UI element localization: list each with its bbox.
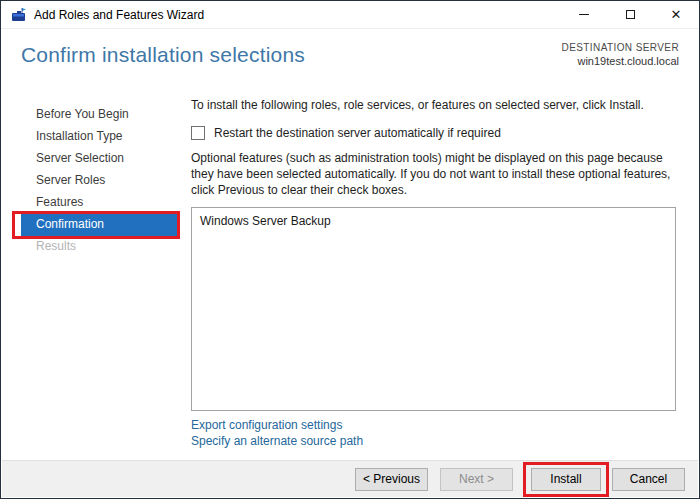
sidebar-item-before-you-begin[interactable]: Before You Begin [21, 104, 186, 126]
previous-button[interactable]: < Previous [355, 468, 428, 491]
selected-features-list[interactable]: Windows Server Backup [191, 207, 676, 411]
destination-server-block: DESTINATION SERVER win19test.cloud.local [562, 42, 679, 67]
maximize-button[interactable] [607, 1, 653, 28]
restart-checkbox[interactable] [191, 126, 205, 140]
destination-server-label: DESTINATION SERVER [562, 42, 679, 53]
optional-features-note: Optional features (such as administratio… [191, 150, 676, 198]
destination-server-name: win19test.cloud.local [562, 55, 679, 67]
cancel-button[interactable]: Cancel [612, 468, 685, 491]
alternate-source-path-link[interactable]: Specify an alternate source path [191, 433, 679, 449]
wizard-footer: < Previous Next > Install Cancel [2, 460, 698, 497]
export-configuration-link[interactable]: Export configuration settings [191, 417, 679, 433]
page-title: Confirm installation selections [21, 43, 305, 67]
sidebar-item-confirmation[interactable]: Confirmation [21, 214, 177, 236]
close-button[interactable]: ✕ [653, 1, 699, 28]
wizard-window: Add Roles and Features Wizard ✕ Confirm … [0, 0, 700, 499]
minimize-button[interactable] [561, 1, 607, 28]
maximize-icon [626, 10, 635, 19]
install-annotation-box: Install [523, 462, 609, 497]
wizard-steps-sidebar: Before You Begin Installation Type Serve… [1, 89, 186, 463]
title-bar: Add Roles and Features Wizard ✕ [1, 1, 699, 29]
sidebar-item-results: Results [21, 236, 186, 258]
sidebar-item-server-roles[interactable]: Server Roles [21, 170, 186, 192]
wizard-header: Confirm installation selections DESTINAT… [1, 29, 699, 89]
server-manager-icon [11, 7, 27, 23]
install-button[interactable]: Install [531, 468, 601, 491]
window-title: Add Roles and Features Wizard [34, 8, 204, 22]
intro-text: To install the following roles, role ser… [191, 98, 679, 112]
list-item-windows-server-backup: Windows Server Backup [200, 214, 667, 228]
sidebar-item-server-selection[interactable]: Server Selection [21, 148, 186, 170]
minimize-icon [579, 14, 589, 15]
sidebar-item-installation-type[interactable]: Installation Type [21, 126, 186, 148]
confirmation-page: To install the following roles, role ser… [186, 89, 699, 463]
restart-checkbox-label[interactable]: Restart the destination server automatic… [214, 126, 501, 140]
close-icon: ✕ [671, 8, 682, 21]
next-button: Next > [440, 468, 513, 491]
sidebar-item-label: Confirmation [36, 217, 104, 231]
sidebar-item-features[interactable]: Features [21, 192, 186, 214]
